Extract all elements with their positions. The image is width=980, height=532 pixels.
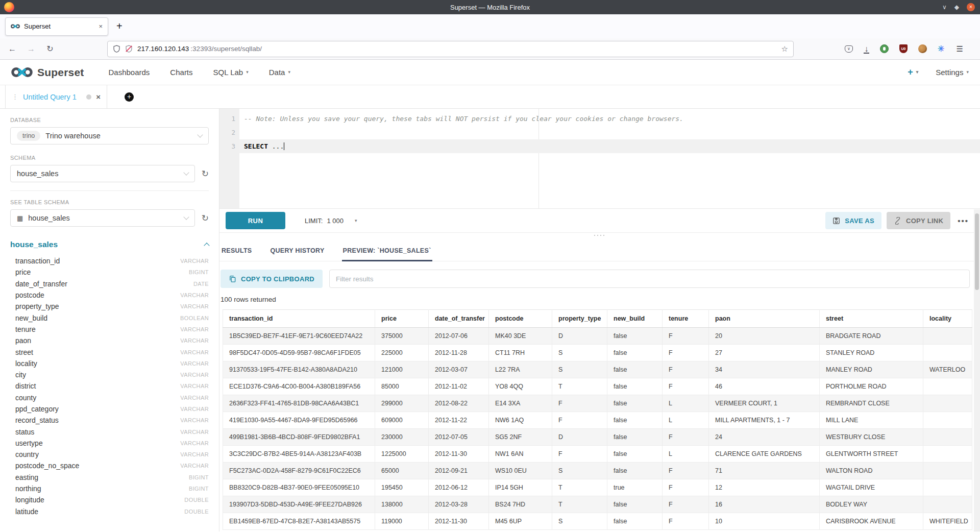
pocket-icon[interactable]: ∨	[845, 45, 853, 53]
bookmark-star-icon[interactable]: ☆	[781, 44, 788, 54]
column-header-tenure[interactable]: tenure	[663, 310, 709, 328]
copy-link-button[interactable]: COPY LINK	[887, 212, 950, 229]
table-row: BB8320C9-D82B-4B37-90E0-9FEE05095E101954…	[223, 479, 972, 496]
browser-tab-superset[interactable]: Superset ×	[5, 17, 108, 36]
results-tab-query-history[interactable]: QUERY HISTORY	[270, 243, 326, 261]
vertical-scrollbar[interactable]	[974, 209, 980, 531]
table-cell: F5C273AC-0D2A-458F-8279-9C61F0C22EC6	[223, 463, 375, 479]
browser-tab-close-icon[interactable]: ×	[99, 22, 103, 30]
table-cell: VERMEER COURT, 1	[709, 395, 820, 412]
table-cell: MK40 3DE	[489, 328, 552, 345]
table-cell: D	[552, 328, 607, 345]
nav-item-label: Data	[269, 68, 285, 77]
back-icon[interactable]: ←	[7, 44, 17, 54]
column-header-street[interactable]: street	[820, 310, 923, 328]
table-select[interactable]: ▦ house_sales	[10, 209, 195, 227]
save-as-button[interactable]: SAVE AS	[825, 212, 881, 229]
schema-column-row: postcodeVARCHAR	[15, 289, 209, 301]
table-cell: L	[663, 412, 709, 429]
refresh-schemas-icon[interactable]: ↻	[202, 168, 209, 179]
filter-results-input[interactable]	[329, 270, 970, 288]
browser-tab-title: Superset	[24, 22, 94, 30]
database-select[interactable]: trino Trino warehouse	[10, 127, 209, 144]
column-header-property_type[interactable]: property_type	[552, 310, 607, 328]
more-options-icon[interactable]: •••	[958, 216, 969, 225]
table-schema-title[interactable]: house_sales	[10, 240, 58, 249]
results-pane: RESULTSQUERY HISTORYPREVIEW: `HOUSE_SALE…	[219, 239, 980, 531]
table-cell: WALTON ROAD	[820, 463, 923, 479]
chevron-up-icon[interactable]	[204, 243, 209, 248]
table-value: house_sales	[28, 214, 69, 222]
schema-select[interactable]: house_sales	[10, 165, 195, 182]
nav-item-dashboards[interactable]: Dashboards	[108, 68, 150, 77]
table-cell: 16	[709, 496, 820, 513]
schema-column-name: usertype	[15, 439, 43, 447]
column-header-date_of_transfer[interactable]: date_of_transfer	[429, 310, 489, 328]
caret-down-icon: ▾	[355, 219, 357, 223]
results-tab-results[interactable]: RESULTS	[220, 243, 253, 261]
settings-menu[interactable]: Settings▾	[936, 68, 969, 77]
pane-splitter[interactable]	[219, 233, 980, 239]
column-header-locality[interactable]: locality	[923, 310, 972, 328]
schema-column-row: localityVARCHAR	[15, 358, 209, 369]
scrollbar-thumb[interactable]	[975, 213, 979, 290]
column-header-transaction_id[interactable]: transaction_id	[223, 310, 375, 328]
forward-icon[interactable]: →	[26, 44, 36, 54]
chevron-down-icon	[183, 170, 189, 175]
nav-item-data[interactable]: Data▾	[269, 68, 290, 77]
drag-handle-icon[interactable]: ⋮	[12, 93, 18, 101]
table-cell: 46	[709, 378, 820, 395]
run-button[interactable]: RUN	[226, 212, 285, 229]
results-tab-preview[interactable]: PREVIEW: `HOUSE_SALES`	[342, 243, 432, 261]
schema-column-row: districtVARCHAR	[15, 380, 209, 392]
nav-item-charts[interactable]: Charts	[170, 68, 192, 77]
window-chevron-icon[interactable]: ∨	[942, 4, 947, 10]
extension-asterisk-icon[interactable]: ✳	[938, 44, 944, 54]
table-cell: F	[663, 513, 709, 530]
downloads-icon[interactable]: ↓	[864, 44, 869, 54]
table-cell: MANLEY ROAD	[820, 361, 923, 378]
window-close-icon[interactable]: ×	[967, 3, 975, 11]
refresh-tables-icon[interactable]: ↻	[202, 213, 209, 224]
tracking-protection-off-icon[interactable]	[125, 45, 133, 53]
cookie-extension-icon[interactable]	[918, 44, 927, 53]
column-header-new_build[interactable]: new_build	[607, 310, 663, 328]
extension-green-icon[interactable]	[880, 44, 889, 53]
add-query-tab-button[interactable]: +	[125, 92, 134, 102]
table-cell	[923, 395, 972, 412]
url-path: :32393/superset/sqllab/	[190, 45, 262, 53]
ublock-origin-icon[interactable]: U0	[899, 44, 908, 53]
schema-column-name: paon	[15, 336, 31, 345]
permissions-shield-icon[interactable]	[113, 45, 120, 53]
schema-column-row: countyVARCHAR	[15, 392, 209, 403]
nav-item-sql-lab[interactable]: SQL Lab▾	[213, 68, 249, 77]
column-header-paon[interactable]: paon	[709, 310, 820, 328]
query-tab-active[interactable]: ⋮ Untitled Query 1 ×	[5, 85, 107, 108]
table-cell: F	[663, 429, 709, 446]
new-item-button[interactable]: +▾	[908, 67, 918, 78]
copy-to-clipboard-button[interactable]: COPY TO CLIPBOARD	[220, 270, 323, 288]
database-engine-badge: trino	[17, 131, 40, 141]
splitter-handle-icon[interactable]	[593, 234, 606, 237]
table-cell: 375000	[375, 328, 429, 345]
schema-column-name: city	[15, 371, 26, 379]
column-header-postcode[interactable]: postcode	[489, 310, 552, 328]
nav-item-label: Charts	[170, 68, 192, 77]
new-browser-tab-button[interactable]: +	[116, 20, 122, 32]
schema-column-type: VARCHAR	[180, 303, 209, 309]
table-cell: L	[663, 395, 709, 412]
schema-column-row: new_buildBOOLEAN	[15, 312, 209, 323]
superset-logo[interactable]: Superset	[11, 66, 84, 79]
column-header-price[interactable]: price	[375, 310, 429, 328]
url-bar[interactable]: 217.160.120.143:32393/superset/sqllab/ ☆	[107, 41, 794, 57]
sql-editor[interactable]: 123 -- Note: Unless you save your query,…	[219, 109, 980, 209]
reload-icon[interactable]: ↻	[45, 44, 55, 54]
table-cell: MILL LANE	[820, 412, 923, 429]
schema-column-name: latitude	[15, 507, 38, 516]
query-tab-close-icon[interactable]: ×	[96, 92, 101, 101]
menu-icon[interactable]: ☰	[956, 44, 963, 54]
limit-dropdown[interactable]: LIMIT: 1 000 ▾	[305, 217, 357, 225]
editor-code[interactable]: -- Note: Unless you save your query, the…	[239, 112, 980, 153]
window-maximize-icon[interactable]: ◆	[954, 4, 959, 10]
table-cell: T	[552, 479, 607, 496]
